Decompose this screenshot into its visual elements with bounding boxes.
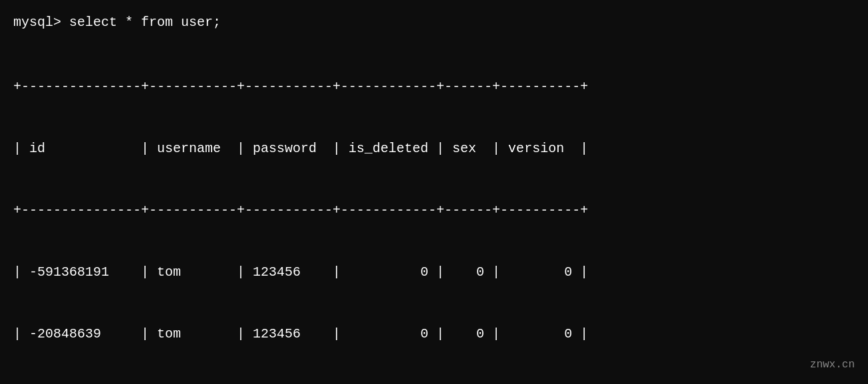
sql-prompt: mysql> select * from user; (13, 12, 855, 33)
header-separator: +---------------+-----------+-----------… (13, 200, 855, 221)
watermark: znwx.cn (810, 357, 855, 373)
table-output: +---------------+-----------+-----------… (13, 35, 855, 384)
table-header: | id | username | password | is_deleted … (13, 138, 855, 159)
table-row: | -591368191 | tom | 123456 | 0 | 0 | 0 … (13, 262, 855, 282)
top-separator: +---------------+-----------+-----------… (13, 76, 855, 97)
terminal-window: mysql> select * from user; +------------… (0, 0, 868, 384)
table-row: | -20848639 | tom | 123456 | 0 | 0 | 0 | (13, 324, 855, 344)
